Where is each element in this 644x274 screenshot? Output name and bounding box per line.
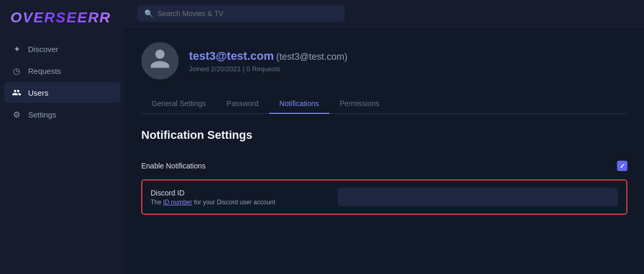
settings-icon: ⚙ (11, 109, 22, 120)
sidebar-nav: ✦ Discover ◷ Requests Users ⚙ Settings (0, 38, 125, 125)
discord-desc-prefix: The (151, 199, 163, 206)
enable-notifications-checkbox-wrapper[interactable]: ✓ (617, 161, 627, 171)
search-icon: 🔍 (144, 9, 153, 18)
sidebar-item-settings[interactable]: ⚙ Settings (4, 104, 120, 125)
sidebar-item-settings-label: Settings (28, 110, 56, 119)
discord-id-description: The ID number for your Discord user acco… (151, 199, 275, 206)
avatar (141, 42, 179, 80)
tab-password[interactable]: Password (216, 94, 269, 114)
user-email-secondary: (test3@test.com) (276, 51, 347, 62)
discord-label-group: Discord ID The ID number for your Discor… (151, 189, 275, 206)
enable-notifications-row: Enable Notifications ✓ (141, 154, 627, 177)
search-bar[interactable]: 🔍 (137, 5, 345, 22)
enable-notifications-label: Enable Notifications (141, 162, 206, 170)
tabs: General Settings Password Notifications … (141, 94, 627, 114)
sidebar-item-users[interactable]: Users (4, 82, 120, 103)
logo-text: OVERSEERR (10, 9, 111, 25)
user-info: test3@test.com (test3@test.com) Joined 2… (189, 49, 347, 73)
section-title: Notification Settings (141, 128, 627, 142)
tab-notifications[interactable]: Notifications (269, 94, 329, 114)
content-area: test3@test.com (test3@test.com) Joined 2… (125, 28, 644, 274)
requests-icon: ◷ (11, 66, 22, 76)
user-header: test3@test.com (test3@test.com) Joined 2… (141, 42, 627, 80)
discord-desc-suffix: for your Discord user account (192, 199, 275, 206)
discord-id-label: Discord ID (151, 189, 275, 197)
sidebar: OVERSEERR ✦ Discover ◷ Requests Users ⚙ … (0, 0, 125, 274)
users-icon (11, 87, 22, 98)
discord-id-number-link[interactable]: ID number (163, 199, 192, 206)
notification-settings-section: Notification Settings Enable Notificatio… (141, 128, 627, 215)
discord-id-row: Discord ID The ID number for your Discor… (141, 179, 627, 215)
sidebar-item-discover[interactable]: ✦ Discover (4, 38, 120, 59)
sidebar-item-requests-label: Requests (28, 67, 61, 75)
sidebar-item-users-label: Users (28, 88, 48, 97)
header: 🔍 (125, 0, 644, 28)
tab-permissions[interactable]: Permissions (329, 94, 390, 114)
tab-general-settings[interactable]: General Settings (141, 94, 216, 114)
search-input[interactable] (157, 9, 338, 18)
user-email: test3@test.com (189, 49, 274, 62)
logo: OVERSEERR (0, 0, 125, 38)
enable-notifications-checkbox[interactable]: ✓ (617, 161, 627, 171)
sidebar-item-discover-label: Discover (28, 45, 58, 54)
sidebar-item-requests[interactable]: ◷ Requests (4, 60, 120, 81)
user-meta: Joined 2/20/2021 | 0 Requests (189, 65, 347, 73)
discord-id-input[interactable] (338, 188, 618, 206)
user-email-display: test3@test.com (test3@test.com) (189, 49, 347, 63)
discover-icon: ✦ (11, 44, 22, 54)
main-content: 🔍 test3@test.com (test3@test.com) Joined… (125, 0, 644, 274)
avatar-icon (149, 47, 171, 75)
checkbox-check-icon: ✓ (620, 162, 625, 170)
